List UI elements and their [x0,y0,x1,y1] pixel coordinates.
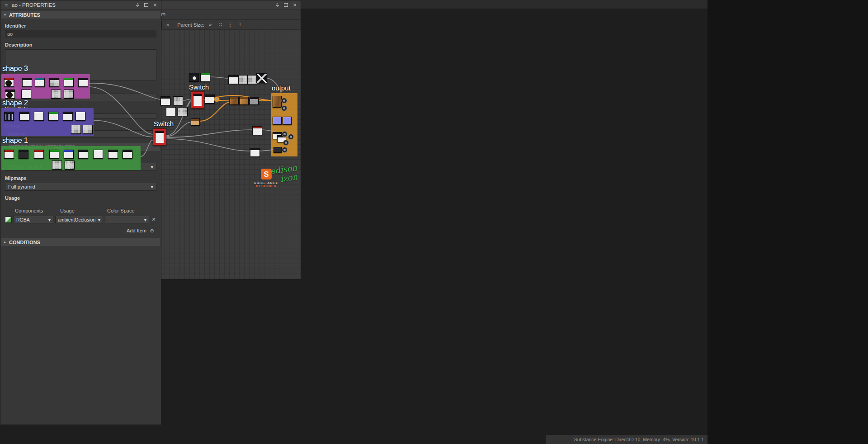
group-label-shape2: shape 2 [2,99,28,107]
graph-node[interactable] [49,78,59,87]
graph-node[interactable] [250,148,260,157]
graph-node[interactable] [191,118,200,126]
close-icon[interactable]: ✕ [292,2,297,8]
pin-icon[interactable] [135,2,140,8]
section-conditions[interactable]: ▸ CONDITIONS [1,238,160,246]
graph-node[interactable] [19,112,29,121]
column-components: Components [15,208,60,213]
section-conditions-label: CONDITIONS [9,240,40,245]
signature-line-2: izon [280,173,299,183]
section-attributes[interactable]: ▾ ATTRIBUTES [1,11,160,19]
maximize-icon[interactable] [144,3,148,7]
size-presets-icon[interactable]: ∷ [216,21,224,29]
graph-node[interactable] [160,96,170,105]
graph-node[interactable] [93,150,103,159]
output-node[interactable] [283,117,292,125]
graph-node[interactable] [19,150,28,159]
graph-node[interactable] [64,150,74,159]
close-icon[interactable]: ✕ [152,2,158,8]
column-colorspace: Color Space [107,208,135,213]
switch-node-label: Switch [189,83,209,91]
artist-signature: edison izon [270,164,299,184]
graph-node[interactable] [166,107,176,116]
output-badge[interactable] [283,140,289,146]
graph-node[interactable] [123,150,132,159]
add-item-button[interactable]: Add Item ⊕ [7,227,155,234]
graph-node[interactable] [247,75,257,84]
graph-node[interactable] [49,150,59,159]
graph-node[interactable] [71,125,81,134]
mipmaps-label: Mipmaps [5,175,156,181]
graph-node[interactable] [256,73,267,83]
output-badge[interactable] [214,96,220,102]
remove-usage-icon[interactable]: ✕ [151,217,156,223]
switch-node[interactable] [153,128,166,146]
graph-node[interactable] [63,112,73,121]
graph-node[interactable] [240,97,249,105]
output-node[interactable] [273,96,282,108]
chevron-down-icon: ▾ [4,13,6,17]
properties-header[interactable]: ≡ ao - PROPERTIES ✕ [0,0,161,10]
graph-node[interactable] [250,97,259,105]
graph-node[interactable] [34,150,44,159]
output-node[interactable] [274,147,282,153]
output-badge[interactable] [281,105,287,111]
graph-node[interactable] [5,90,15,99]
properties-title: ao - PROPERTIES [12,2,56,8]
usage-label: Usage [5,195,156,201]
graph-node[interactable] [64,78,74,87]
graph-node[interactable] [178,107,188,116]
identifier-input[interactable] [5,30,156,38]
pin-icon[interactable] [274,2,280,8]
graph-node[interactable] [200,73,210,82]
status-bar: Substance Engine: Direct3D 10, Memory: 4… [546,435,708,444]
graph-node[interactable] [4,78,14,87]
components-value: RGBA [16,217,30,222]
graph-node[interactable] [173,96,183,105]
chevron-down-icon: ▾ [48,217,51,222]
colorspace-dropdown[interactable]: ▾ [105,216,149,223]
graph-node[interactable] [252,126,262,135]
overflow-chevron[interactable]: » [206,21,214,29]
channels-preview-icon[interactable] [5,217,12,223]
brand-line-2: DESIGNER [252,184,281,188]
graph-node[interactable] [22,78,32,87]
more-options-icon[interactable]: ⋮ [226,21,234,29]
graph-node[interactable] [35,78,45,87]
application-window: ▣ ▢ ↶ ▾ ↷ ▾ ▣ Ao - 2D VIEW ✕ ▭ [0,0,868,444]
chevron-down-icon: ▾ [151,164,153,170]
output-badge[interactable] [281,98,287,104]
graph-node[interactable] [4,112,14,121]
graph-node[interactable] [64,90,74,99]
components-dropdown[interactable]: RGBA ▾ [14,216,53,223]
graph-node[interactable] [78,78,88,87]
graph-node[interactable] [4,150,14,159]
output-badge[interactable] [282,147,288,153]
usage-column-headers: Components Usage Color Space [5,208,156,213]
output-node[interactable] [273,117,282,125]
graph-node[interactable] [52,161,62,170]
graph-node[interactable] [205,94,215,104]
graph-node[interactable] [238,75,248,84]
output-badge[interactable] [288,134,294,140]
switch-node[interactable] [191,91,204,109]
graph-node[interactable] [51,90,61,99]
maximize-icon[interactable] [284,3,288,7]
graph-node[interactable] [83,125,93,134]
graph-node[interactable] [75,112,85,121]
graph-node[interactable] [228,75,238,84]
graph-node[interactable] [108,150,118,159]
usage-dropdown[interactable]: ambientOcclusion ▾ [55,216,103,223]
graph-node[interactable] [48,112,58,121]
chevron-down-icon: ▾ [144,217,146,222]
graph-node[interactable] [189,73,199,82]
overflow-chevron[interactable]: » [164,21,172,29]
output-badge[interactable] [282,131,288,137]
graph-node[interactable] [78,150,88,159]
graph-node[interactable] [21,90,31,99]
mipmaps-dropdown[interactable]: Full pyramid ▾ [5,183,156,191]
graph-node[interactable] [65,161,75,170]
anchor-icon[interactable]: ⊥ [236,21,244,29]
graph-node[interactable] [230,97,239,105]
graph-node[interactable] [34,112,44,121]
